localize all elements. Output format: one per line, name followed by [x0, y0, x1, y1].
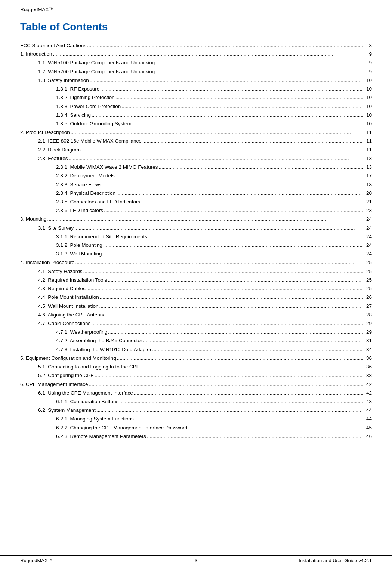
toc-label: 2.3. Features: [38, 154, 68, 163]
toc-page: 42: [364, 389, 372, 397]
toc-page: 45: [364, 423, 372, 432]
toc-entry: 6.2.2. Changing the CPE Management Inter…: [20, 423, 372, 432]
toc-label: 4.1. Safety Hazards: [38, 267, 83, 276]
toc-dots: ........................................…: [69, 154, 363, 163]
toc-label: 6.2.1. Managing System Functions: [56, 414, 134, 423]
toc-dots: ........................................…: [141, 197, 363, 206]
toc-label: 6. CPE Management Interface: [20, 380, 88, 389]
toc-page: 10: [364, 119, 372, 128]
toc-label: 3.1.1. Recommended Site Requirements: [56, 232, 147, 241]
toc-entry: 6.1. Using the CPE Management Interface …: [20, 389, 372, 397]
toc-entry: 6.2.1. Managing System Functions .......…: [20, 414, 372, 423]
toc-label: 6.2.3. Remote Management Parameters: [56, 432, 146, 441]
toc-page: 36: [364, 362, 372, 371]
toc-entry: 4.5. Wall Mount Installation ...........…: [20, 302, 372, 310]
toc-label: 2.3.6. LED Indicators: [56, 206, 103, 215]
toc-label: 4.5. Wall Mount Installation: [38, 302, 99, 310]
toc-dots: ........................................…: [87, 41, 363, 50]
toc-page: 31: [364, 336, 372, 345]
toc-page: 38: [364, 371, 372, 380]
toc-label: 4.3. Required Cables: [38, 284, 86, 293]
toc-page: 29: [364, 319, 372, 328]
toc-page: 10: [364, 111, 372, 119]
toc-entry: 4.2. Required Installation Tools .......…: [20, 276, 372, 284]
toc-label: 4.2. Required Installation Tools: [38, 276, 107, 284]
toc-label: 2.1. IEEE 802.16e Mobile WiMAX Complianc…: [38, 137, 142, 145]
toc-page: 42: [364, 380, 372, 389]
toc-page: 44: [364, 414, 372, 423]
toc-entry: 2.1. IEEE 802.16e Mobile WiMAX Complianc…: [20, 137, 372, 145]
toc-dots: ........................................…: [147, 432, 363, 441]
toc-dots: ........................................…: [188, 423, 363, 432]
footer: RuggedMAX™ 3 Installation and User Guide…: [0, 555, 392, 563]
toc-entry: 2.2. Block Diagram .....................…: [20, 145, 372, 154]
toc-label: 4.6. Aligning the CPE Antenna: [38, 310, 106, 319]
toc-dots: ........................................…: [86, 284, 363, 293]
toc-entry: 4.7.1. Weatherproofing .................…: [20, 328, 372, 336]
toc-dots: ........................................…: [117, 354, 363, 362]
toc-entry: 1.3.2. Lightning Protection ............…: [20, 93, 372, 102]
toc-entry: 6.1.1. Configuration Buttons ...........…: [20, 397, 372, 406]
toc-page: 11: [364, 145, 372, 154]
toc-page: 24: [364, 241, 372, 249]
toc-page: 27: [364, 302, 372, 310]
toc-label: 2.3.4. Physical Description: [56, 189, 115, 197]
toc-dots: ........................................…: [71, 128, 363, 137]
page-title: Table of Contents: [20, 21, 372, 33]
toc-dots: ........................................…: [74, 224, 363, 232]
toc-page: 25: [364, 276, 372, 284]
toc-label: 5.2. Configuring the CPE: [38, 371, 94, 380]
toc-page: 46: [364, 432, 372, 441]
toc-label: 3.1. Site Survey: [38, 224, 74, 232]
toc-entry: 1.3. Safety Information ................…: [20, 76, 372, 85]
toc-dots: ........................................…: [107, 310, 363, 319]
toc-entry: 4.6. Aligning the CPE Antenna ..........…: [20, 310, 372, 319]
toc-entry: 1. Introduction ........................…: [20, 50, 372, 58]
toc-label: 3.1.3. Wall Mounting: [56, 249, 102, 258]
toc-label: 1. Introduction: [20, 50, 52, 58]
toc-page: 11: [364, 128, 372, 137]
toc-dots: ........................................…: [99, 302, 363, 310]
toc-dots: ........................................…: [135, 414, 363, 423]
toc-dots: ........................................…: [95, 371, 363, 380]
toc-page: 29: [364, 328, 372, 336]
toc-entry: 5.2. Configuring the CPE ...............…: [20, 371, 372, 380]
toc-dots: ........................................…: [90, 76, 363, 85]
toc-dots: ........................................…: [159, 163, 363, 171]
toc-dots: ........................................…: [100, 85, 363, 93]
toc-label: 1.3.1. RF Exposure: [56, 85, 99, 93]
toc-dots: ........................................…: [96, 406, 363, 414]
toc-dots: ........................................…: [121, 102, 363, 111]
footer-right: Installation and User Guide v4.2.1: [299, 558, 372, 563]
toc-label: 4. Installation Procedure: [20, 258, 75, 267]
toc-dots: ........................................…: [148, 232, 363, 241]
toc-dots: ........................................…: [108, 276, 363, 284]
toc-dots: ........................................…: [103, 249, 363, 258]
toc-dots: ........................................…: [47, 215, 363, 223]
toc-entry: 1.3.5. Outdoor Grounding System ........…: [20, 119, 372, 128]
toc-page: 23: [364, 206, 372, 215]
header-title: RuggedMAX™: [20, 7, 54, 12]
toc-label: 6.1.1. Configuration Buttons: [56, 397, 118, 406]
toc-entry: 6. CPE Management Interface ............…: [20, 380, 372, 389]
toc-entry: 4.7.2. Assembling the RJ45 Connector ...…: [20, 336, 372, 345]
toc-dots: ........................................…: [142, 137, 363, 145]
toc-page: 24: [364, 232, 372, 241]
toc-page: 20: [364, 189, 372, 197]
toc-entry: 5. Equipment Configuration and Monitorin…: [20, 354, 372, 362]
toc-label: 6.2.2. Changing the CPE Management Inter…: [56, 423, 187, 432]
toc-label: 1.3.5. Outdoor Grounding System: [56, 119, 132, 128]
toc-entry: 3. Mounting ............................…: [20, 215, 372, 223]
toc-page: 25: [364, 258, 372, 267]
toc-label: 3.1.2. Pole Mounting: [56, 241, 102, 249]
toc-page: 13: [364, 154, 372, 163]
toc-entry: 1.2. WiN5200 Package Components and Unpa…: [20, 67, 372, 76]
toc-label: 1.1. WiN5100 Package Components and Unpa…: [38, 58, 155, 67]
toc-entry: 6.2. System Management .................…: [20, 406, 372, 414]
toc-label: 5.1. Connecting to and Logging In to the…: [38, 362, 140, 371]
toc-page: 36: [364, 354, 372, 362]
footer-center: 3: [195, 558, 197, 563]
toc-entry: 4.1. Safety Hazards ....................…: [20, 267, 372, 276]
toc-dots: ........................................…: [91, 319, 363, 328]
toc-page: 10: [364, 76, 372, 85]
